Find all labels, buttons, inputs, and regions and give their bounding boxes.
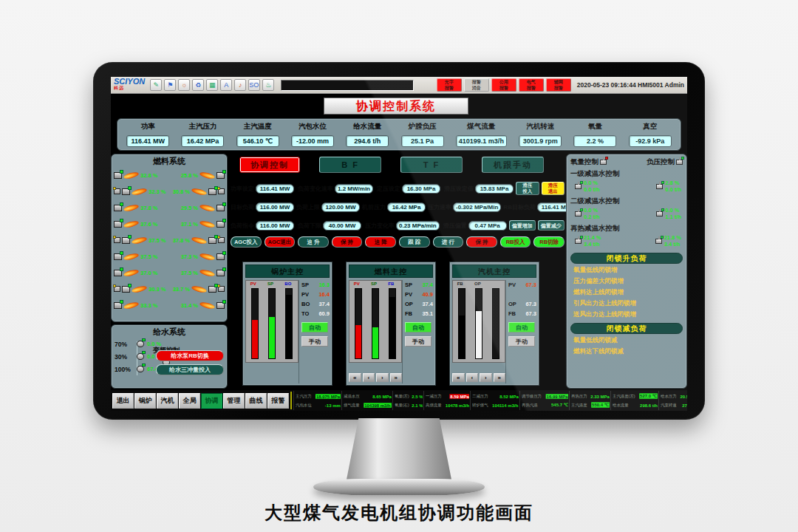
burner-right[interactable]: 37.8 % (170, 237, 225, 244)
increase-button[interactable]: › (376, 373, 389, 382)
spray-left[interactable]: 0.0 %0.2 t/h (575, 207, 600, 220)
burner-right[interactable]: 29.5 % (170, 205, 225, 211)
action-button[interactable]: RB切除 (533, 236, 565, 248)
fast-decrease-button[interactable]: « (349, 373, 361, 382)
fast-increase-button[interactable]: » (494, 373, 506, 382)
burner-left[interactable]: 37.8 % (114, 205, 168, 211)
bottom-bar: 退出锅炉汽机全局协调管理曲线报警 主汽压力 18.075 MPa 汽包水位 -1… (111, 390, 687, 411)
action-button[interactable]: 保 持 (332, 236, 363, 248)
action-button[interactable]: 迫 降 (365, 236, 396, 248)
network-icon[interactable]: ☼ (178, 79, 190, 91)
burner-right[interactable]: 37.1 % (170, 221, 225, 228)
flag-icon[interactable]: ⚑ (164, 79, 176, 91)
nav-button[interactable]: 锅炉 (134, 393, 156, 409)
auto-button[interactable]: 自动 (405, 322, 432, 332)
manual-button[interactable]: 手动 (301, 336, 328, 347)
action-button[interactable]: 进 行 (433, 236, 464, 248)
spray-right[interactable]: 21.8 %3.4 t/h (655, 234, 681, 248)
manual-button[interactable]: 手动 (405, 336, 432, 347)
decrease-button[interactable]: ‹ (363, 373, 375, 382)
trend-icon[interactable]: ♪ (234, 79, 246, 91)
burner-left[interactable]: 37.5 % (114, 253, 168, 260)
furnace-pressure-control[interactable]: 负压控制 (647, 157, 683, 167)
pump-capacity-label: 70% (115, 341, 134, 348)
nav-button[interactable]: 协调 (201, 393, 222, 409)
kpi-label: 氧量 (573, 122, 616, 132)
mode-button[interactable]: T F (400, 157, 463, 173)
pump-icon[interactable] (137, 366, 144, 372)
nav-button[interactable]: 曲线 (245, 393, 267, 409)
mode-button[interactable]: B F (319, 157, 381, 173)
auto-button[interactable]: 自动 (508, 322, 535, 332)
burner-icon (216, 172, 225, 179)
burner-left[interactable]: 33.3 % (114, 302, 168, 309)
fast-decrease-button[interactable]: « (452, 373, 465, 382)
kpi-cell: 给水流量 294.6 t/h (346, 122, 389, 147)
refresh-icon[interactable]: ♻ (192, 79, 204, 91)
burner-right[interactable]: 37.3 % (170, 253, 225, 260)
pump-icon[interactable] (137, 341, 144, 347)
burner-right[interactable]: 25.8 % (170, 172, 225, 179)
mode-button[interactable]: 机跟手动 (482, 157, 544, 173)
burner-left[interactable]: 32.8 % (114, 172, 168, 179)
image-caption: 大型煤气发电机组协调功能画面 (0, 501, 798, 525)
spray-right[interactable]: 2.8 %0.0 t/h (656, 180, 681, 193)
burner-left[interactable]: 37.5 % (114, 237, 168, 244)
action-button[interactable]: 迫 升 (298, 236, 329, 248)
readout-column: PV67.3 OP67.3 FB67.3 自动 手动 (505, 280, 536, 383)
burner-right[interactable]: 30.8 % (170, 188, 225, 195)
flame-icon (199, 171, 215, 180)
bias-up-button[interactable]: 偏置增加 (509, 220, 536, 231)
pump-icon[interactable] (137, 353, 144, 360)
valve-icon (114, 286, 120, 292)
action-button[interactable]: RB投入 (500, 236, 531, 248)
nav-button[interactable]: 报警 (267, 393, 289, 409)
burner-output-value: 32.8 % (140, 172, 157, 179)
nav-button[interactable]: 管理 (223, 393, 245, 409)
burner-left[interactable]: 37.6 % (114, 221, 168, 228)
feedwater-rb-button[interactable]: 给水泵RB切换 (156, 350, 224, 361)
alarm-button[interactable]: 报警消音 (464, 78, 489, 92)
page-switch-strip[interactable] (290, 392, 292, 409)
sliding-pressure-off-button[interactable]: 滑压退出 (542, 182, 565, 195)
oxygen-control[interactable]: 氧量控制 (570, 157, 607, 167)
nav-button[interactable]: 退出 (112, 393, 134, 409)
pump-capacity-label: 30% (115, 353, 134, 361)
burner-right[interactable]: 33.7 % (170, 286, 225, 293)
action-button[interactable]: 跟 踪 (399, 236, 430, 248)
spray-right[interactable]: 0.0 %1.1 t/h (656, 207, 681, 220)
bias-down-button[interactable]: 偏置减少 (538, 220, 565, 231)
spray-left[interactable]: 21.4 %3.4 t/h (575, 234, 601, 248)
nav-button[interactable]: 汽机 (157, 393, 178, 409)
action-button[interactable]: 保 持 (466, 236, 497, 248)
increase-button[interactable]: › (480, 373, 492, 382)
alarm-button[interactable]: 辅网报警 (546, 78, 571, 92)
mode-button[interactable]: 协调控制 (239, 157, 300, 173)
action-button[interactable]: AGC退出 (265, 236, 296, 248)
grid-icon[interactable]: ▦ (206, 79, 218, 91)
flame-icon (191, 284, 207, 293)
burner-left[interactable]: 37.0 % (114, 270, 168, 276)
decrease-button[interactable]: ‹ (466, 373, 479, 382)
kpi-value: 410199.1 m3/h (456, 135, 507, 147)
soe-icon[interactable]: SOE (248, 79, 260, 91)
burner-right[interactable]: 37.5 % (170, 270, 225, 276)
alarm-button[interactable]: 电气报警 (519, 78, 544, 92)
action-button[interactable]: AGC投入 (231, 236, 262, 248)
burner-right[interactable]: 31.4 % (170, 302, 225, 309)
burner-left[interactable]: 30.3 % (114, 286, 168, 293)
manual-button[interactable]: 手动 (508, 336, 535, 347)
edit-icon[interactable]: ✎ (150, 79, 162, 91)
alarm-button[interactable]: 光字报警 (437, 78, 462, 92)
nav-button[interactable]: 全局 (179, 393, 200, 409)
alarm-button[interactable]: 公用报警 (491, 78, 516, 92)
spray-left[interactable]: 0.0 %0.0 t/h (575, 180, 600, 193)
sliding-pressure-on-button[interactable]: 滑压投入 (516, 182, 539, 195)
alarm-bell-icon[interactable]: ♨ (262, 79, 274, 91)
ccs-pair: 负荷指令 116.00 MW (231, 221, 294, 231)
auto-button[interactable]: 自动 (301, 322, 328, 332)
three-element-button[interactable]: 给水三冲量投入 (156, 364, 224, 375)
font-icon[interactable]: A (220, 79, 232, 91)
fast-increase-button[interactable]: » (390, 373, 403, 382)
burner-left[interactable]: 32.3 % (114, 188, 168, 195)
